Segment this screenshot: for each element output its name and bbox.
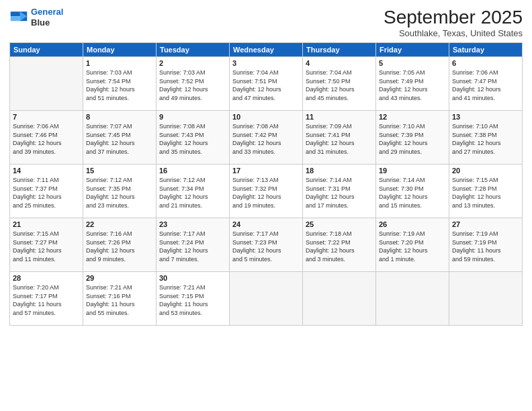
day-number: 12 xyxy=(379,113,446,121)
day-info: Sunrise: 7:14 AM Sunset: 7:31 PM Dayligh… xyxy=(306,176,373,210)
day-info: Sunrise: 7:21 AM Sunset: 7:15 PM Dayligh… xyxy=(159,283,226,317)
calendar-week-1: 1Sunrise: 7:03 AM Sunset: 7:54 PM Daylig… xyxy=(10,57,523,111)
calendar-cell: 12Sunrise: 7:10 AM Sunset: 7:39 PM Dayli… xyxy=(376,111,449,165)
calendar-week-4: 21Sunrise: 7:15 AM Sunset: 7:27 PM Dayli… xyxy=(10,218,523,272)
logo-line2: Blue xyxy=(31,17,63,28)
day-number: 5 xyxy=(379,59,446,67)
logo-line1: General xyxy=(31,7,63,17)
month-title: September 2025 xyxy=(384,7,523,28)
day-number: 26 xyxy=(379,220,446,228)
day-number: 21 xyxy=(13,220,80,228)
day-number: 1 xyxy=(86,59,153,67)
location: Southlake, Texas, United States xyxy=(384,28,523,38)
day-number: 18 xyxy=(306,167,373,175)
calendar-cell xyxy=(230,272,303,326)
day-info: Sunrise: 7:18 AM Sunset: 7:22 PM Dayligh… xyxy=(306,230,373,263)
header-tuesday: Tuesday xyxy=(157,43,230,57)
day-info: Sunrise: 7:12 AM Sunset: 7:34 PM Dayligh… xyxy=(159,176,226,210)
header: General Blue September 2025 Southlake, T… xyxy=(9,7,523,38)
calendar-cell: 13Sunrise: 7:10 AM Sunset: 7:38 PM Dayli… xyxy=(449,111,523,165)
day-info: Sunrise: 7:03 AM Sunset: 7:52 PM Dayligh… xyxy=(159,68,226,102)
calendar-cell: 23Sunrise: 7:17 AM Sunset: 7:24 PM Dayli… xyxy=(157,218,230,272)
calendar-cell: 2Sunrise: 7:03 AM Sunset: 7:52 PM Daylig… xyxy=(157,57,230,111)
calendar-cell: 22Sunrise: 7:16 AM Sunset: 7:26 PM Dayli… xyxy=(83,218,157,272)
day-number: 28 xyxy=(13,274,80,282)
day-info: Sunrise: 7:19 AM Sunset: 7:19 PM Dayligh… xyxy=(452,230,519,263)
day-number: 6 xyxy=(452,59,519,67)
calendar-cell xyxy=(303,272,376,326)
logo: General Blue xyxy=(9,7,63,28)
day-info: Sunrise: 7:06 AM Sunset: 7:46 PM Dayligh… xyxy=(13,122,80,156)
day-info: Sunrise: 7:04 AM Sunset: 7:50 PM Dayligh… xyxy=(306,68,373,102)
day-info: Sunrise: 7:21 AM Sunset: 7:16 PM Dayligh… xyxy=(86,283,153,317)
day-info: Sunrise: 7:14 AM Sunset: 7:30 PM Dayligh… xyxy=(379,176,446,210)
svg-rect-3 xyxy=(11,11,20,16)
header-monday: Monday xyxy=(83,43,157,57)
day-info: Sunrise: 7:10 AM Sunset: 7:38 PM Dayligh… xyxy=(452,122,519,156)
day-info: Sunrise: 7:03 AM Sunset: 7:54 PM Dayligh… xyxy=(86,68,153,102)
header-thursday: Thursday xyxy=(303,43,376,57)
calendar-cell: 21Sunrise: 7:15 AM Sunset: 7:27 PM Dayli… xyxy=(10,218,83,272)
day-info: Sunrise: 7:06 AM Sunset: 7:47 PM Dayligh… xyxy=(452,68,519,102)
day-info: Sunrise: 7:10 AM Sunset: 7:39 PM Dayligh… xyxy=(379,122,446,156)
day-number: 4 xyxy=(306,59,373,67)
logo-text: General Blue xyxy=(31,7,63,28)
day-number: 23 xyxy=(159,220,226,228)
calendar-header-row: SundayMondayTuesdayWednesdayThursdayFrid… xyxy=(10,43,523,57)
calendar-cell: 28Sunrise: 7:20 AM Sunset: 7:17 PM Dayli… xyxy=(10,272,83,326)
day-number: 14 xyxy=(13,167,80,175)
calendar-cell: 11Sunrise: 7:09 AM Sunset: 7:41 PM Dayli… xyxy=(303,111,376,165)
calendar-cell: 10Sunrise: 7:08 AM Sunset: 7:42 PM Dayli… xyxy=(230,111,303,165)
day-number: 30 xyxy=(159,274,226,282)
calendar-cell xyxy=(376,272,449,326)
calendar-week-2: 7Sunrise: 7:06 AM Sunset: 7:46 PM Daylig… xyxy=(10,111,523,165)
day-info: Sunrise: 7:13 AM Sunset: 7:32 PM Dayligh… xyxy=(232,176,300,210)
calendar-cell: 20Sunrise: 7:15 AM Sunset: 7:28 PM Dayli… xyxy=(449,165,523,218)
day-number: 25 xyxy=(306,220,373,228)
day-number: 7 xyxy=(13,113,80,121)
logo-icon xyxy=(9,8,28,27)
day-number: 19 xyxy=(379,167,446,175)
day-number: 29 xyxy=(86,274,153,282)
header-saturday: Saturday xyxy=(449,43,523,57)
calendar-cell: 27Sunrise: 7:19 AM Sunset: 7:19 PM Dayli… xyxy=(449,218,523,272)
calendar-table: SundayMondayTuesdayWednesdayThursdayFrid… xyxy=(9,42,523,326)
title-block: September 2025 Southlake, Texas, United … xyxy=(384,7,523,38)
calendar-cell: 4Sunrise: 7:04 AM Sunset: 7:50 PM Daylig… xyxy=(303,57,376,111)
calendar-cell xyxy=(10,57,83,111)
day-number: 17 xyxy=(232,167,300,175)
day-info: Sunrise: 7:19 AM Sunset: 7:20 PM Dayligh… xyxy=(379,230,446,263)
header-friday: Friday xyxy=(376,43,449,57)
day-number: 24 xyxy=(232,220,300,228)
day-number: 16 xyxy=(159,167,226,175)
day-info: Sunrise: 7:17 AM Sunset: 7:23 PM Dayligh… xyxy=(232,230,300,263)
calendar-cell: 15Sunrise: 7:12 AM Sunset: 7:35 PM Dayli… xyxy=(83,165,157,218)
calendar-cell: 24Sunrise: 7:17 AM Sunset: 7:23 PM Dayli… xyxy=(230,218,303,272)
calendar-cell: 17Sunrise: 7:13 AM Sunset: 7:32 PM Dayli… xyxy=(230,165,303,218)
day-number: 8 xyxy=(86,113,153,121)
day-info: Sunrise: 7:05 AM Sunset: 7:49 PM Dayligh… xyxy=(379,68,446,102)
day-number: 22 xyxy=(86,220,153,228)
calendar-week-3: 14Sunrise: 7:11 AM Sunset: 7:37 PM Dayli… xyxy=(10,165,523,218)
day-number: 20 xyxy=(452,167,519,175)
day-info: Sunrise: 7:17 AM Sunset: 7:24 PM Dayligh… xyxy=(159,230,226,263)
day-info: Sunrise: 7:12 AM Sunset: 7:35 PM Dayligh… xyxy=(86,176,153,210)
calendar-cell: 5Sunrise: 7:05 AM Sunset: 7:49 PM Daylig… xyxy=(376,57,449,111)
day-number: 9 xyxy=(159,113,226,121)
day-info: Sunrise: 7:15 AM Sunset: 7:28 PM Dayligh… xyxy=(452,176,519,210)
day-info: Sunrise: 7:08 AM Sunset: 7:42 PM Dayligh… xyxy=(232,122,300,156)
day-number: 27 xyxy=(452,220,519,228)
day-info: Sunrise: 7:16 AM Sunset: 7:26 PM Dayligh… xyxy=(86,230,153,263)
day-number: 15 xyxy=(86,167,153,175)
calendar-week-5: 28Sunrise: 7:20 AM Sunset: 7:17 PM Dayli… xyxy=(10,272,523,326)
day-number: 2 xyxy=(159,59,226,67)
day-number: 13 xyxy=(452,113,519,121)
day-info: Sunrise: 7:11 AM Sunset: 7:37 PM Dayligh… xyxy=(13,176,80,210)
day-number: 3 xyxy=(232,59,300,67)
calendar-cell: 8Sunrise: 7:07 AM Sunset: 7:45 PM Daylig… xyxy=(83,111,157,165)
calendar-cell: 19Sunrise: 7:14 AM Sunset: 7:30 PM Dayli… xyxy=(376,165,449,218)
page: General Blue September 2025 Southlake, T… xyxy=(0,0,532,411)
calendar-cell: 29Sunrise: 7:21 AM Sunset: 7:16 PM Dayli… xyxy=(83,272,157,326)
header-wednesday: Wednesday xyxy=(230,43,303,57)
calendar-cell: 7Sunrise: 7:06 AM Sunset: 7:46 PM Daylig… xyxy=(10,111,83,165)
